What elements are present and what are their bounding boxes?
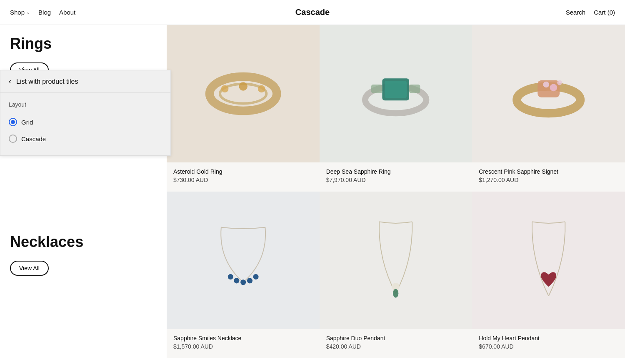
product-price-ring-3: $1,270.00 AUD [479,177,618,183]
site-title: Cascade [295,7,330,17]
svg-rect-8 [371,85,382,93]
svg-point-15 [228,274,233,279]
svg-point-19 [253,274,258,279]
chevron-down-icon: ⌄ [26,10,30,15]
grid-option-label: Grid [21,119,33,126]
product-name-necklace-3: Hold My Heart Pendant [479,335,618,342]
back-arrow-icon[interactable]: ‹ [9,77,11,86]
svg-point-14 [557,80,562,85]
layout-dropdown-panel: ‹ List with product tiles Layout Grid Ca… [0,70,171,156]
cart-button[interactable]: Cart (0) [594,9,615,16]
rings-title: Rings [10,35,157,52]
main-content: Rings View All ‹ List with product tiles… [0,25,625,358]
necklaces-section-header: Necklaces View All [10,233,157,286]
product-price-ring-2: $7,970.00 AUD [326,177,466,183]
svg-rect-7 [385,81,407,98]
dropdown-body: Layout Grid Cascade [0,93,170,155]
product-tile-ring-2[interactable]: Deep Sea Sapphire Ring $7,970.00 AUD [320,25,472,192]
svg-point-21 [393,289,398,298]
product-info-ring-3: Crescent Pink Sapphire Signet $1,270.00 … [472,162,625,192]
svg-point-2 [221,85,229,92]
product-tile-ring-1[interactable]: Asteroid Gold Ring $730.00 AUD [167,25,320,192]
layout-label: Layout [9,101,162,108]
product-image-necklace-3 [472,192,625,329]
radio-grid-inner [11,120,15,124]
product-name-ring-2: Deep Sea Sapphire Ring [326,168,466,175]
about-link[interactable]: About [59,9,75,16]
product-image-ring-3 [472,25,625,162]
svg-point-18 [247,278,252,283]
svg-point-13 [550,84,558,92]
product-image-ring-1 [167,25,320,162]
svg-point-12 [543,82,549,88]
dropdown-title: List with product tiles [16,78,78,85]
layout-option-grid[interactable]: Grid [9,114,162,130]
product-info-ring-2: Deep Sea Sapphire Ring $7,970.00 AUD [320,162,472,192]
header-left-nav: Shop ⌄ Blog About [10,9,75,16]
layout-option-cascade[interactable]: Cascade [9,130,162,147]
cascade-option-label: Cascade [21,135,46,142]
svg-point-16 [234,278,239,283]
product-tile-necklace-1[interactable]: Sapphire Smiles Necklace $1,570.00 AUD [167,192,320,358]
radio-grid[interactable] [9,118,17,126]
shop-label: Shop [10,9,25,16]
product-info-necklace-3: Hold My Heart Pendant $670.00 AUD [472,329,625,358]
blog-link[interactable]: Blog [38,9,51,16]
svg-point-17 [240,279,246,285]
necklaces-view-all-button[interactable]: View All [10,261,49,276]
shop-menu-button[interactable]: Shop ⌄ [10,9,30,16]
product-price-necklace-3: $670.00 AUD [479,343,618,350]
product-price-necklace-1: $1,570.00 AUD [173,343,313,350]
product-grid-area: Asteroid Gold Ring $730.00 AUD Deep [167,25,625,358]
product-name-necklace-1: Sapphire Smiles Necklace [173,335,313,342]
product-tile-ring-3[interactable]: Crescent Pink Sapphire Signet $1,270.00 … [472,25,625,192]
product-tile-necklace-3[interactable]: Hold My Heart Pendant $670.00 AUD [472,192,625,358]
product-image-ring-2 [320,25,472,162]
product-tile-necklace-2[interactable]: Sapphire Duo Pendant $420.00 AUD [320,192,472,358]
site-header: Shop ⌄ Blog About Cascade Search Cart (0… [0,0,625,25]
left-sidebar: Rings View All ‹ List with product tiles… [0,25,167,358]
product-price-necklace-2: $420.00 AUD [326,343,466,350]
svg-point-3 [239,82,248,91]
necklaces-title: Necklaces [10,233,157,251]
svg-rect-9 [409,85,420,93]
rings-product-grid: Asteroid Gold Ring $730.00 AUD Deep [167,25,625,358]
radio-cascade[interactable] [9,135,17,143]
product-name-ring-1: Asteroid Gold Ring [173,168,313,175]
product-image-necklace-1 [167,192,320,329]
search-button[interactable]: Search [566,9,586,16]
product-image-necklace-2 [320,192,472,329]
product-price-ring-1: $730.00 AUD [173,177,313,183]
dropdown-header: ‹ List with product tiles [0,70,170,93]
header-right-nav: Search Cart (0) [566,9,615,16]
product-info-necklace-2: Sapphire Duo Pendant $420.00 AUD [320,329,472,358]
svg-point-4 [258,85,265,92]
product-name-ring-3: Crescent Pink Sapphire Signet [479,168,618,175]
product-name-necklace-2: Sapphire Duo Pendant [326,335,466,342]
product-info-ring-1: Asteroid Gold Ring $730.00 AUD [167,162,320,192]
product-info-necklace-1: Sapphire Smiles Necklace $1,570.00 AUD [167,329,320,358]
